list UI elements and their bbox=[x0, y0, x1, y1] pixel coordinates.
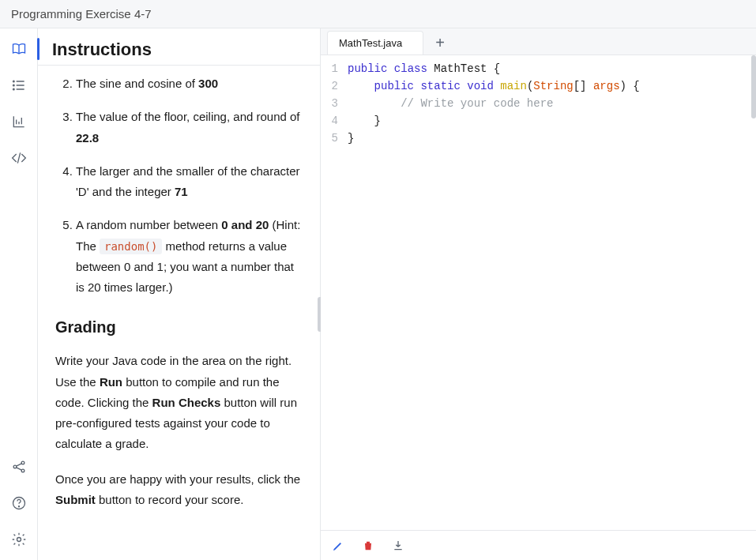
delete-button[interactable] bbox=[362, 539, 374, 552]
list-item: The value of the floor, ceiling, and rou… bbox=[76, 107, 303, 148]
instructions-header: Instructions bbox=[38, 28, 320, 66]
svg-point-4 bbox=[21, 461, 24, 464]
tab-label: MathTest.java bbox=[339, 37, 402, 49]
instructions-list: The sine and cosine of 300The value of t… bbox=[55, 73, 303, 298]
tab-add-button[interactable]: + bbox=[428, 31, 452, 54]
code-icon[interactable] bbox=[9, 148, 28, 167]
instructions-heading: Instructions bbox=[52, 39, 306, 60]
download-button[interactable] bbox=[392, 539, 404, 552]
gear-icon[interactable] bbox=[9, 530, 28, 549]
main-area: Instructions The sine and cosine of 300T… bbox=[0, 28, 756, 560]
list-item: The larger and the smaller of the charac… bbox=[76, 161, 303, 203]
instructions-panel: Instructions The sine and cosine of 300T… bbox=[38, 28, 321, 560]
editor-tabs: MathTest.java + bbox=[321, 28, 756, 55]
svg-point-2 bbox=[13, 88, 14, 90]
title-text: Programming Exercise 4-7 bbox=[11, 7, 152, 21]
svg-point-0 bbox=[13, 81, 14, 82]
svg-point-7 bbox=[18, 506, 19, 507]
grading-paragraph-1: Write your Java code in the area on the … bbox=[55, 351, 303, 454]
edit-button[interactable] bbox=[332, 539, 344, 552]
scrollbar-thumb[interactable] bbox=[751, 55, 756, 118]
app-root: Programming Exercise 4-7 bbox=[0, 0, 756, 560]
inline-code: random() bbox=[100, 239, 162, 254]
pencil-icon bbox=[332, 539, 344, 552]
svg-point-8 bbox=[17, 538, 21, 542]
help-icon[interactable] bbox=[9, 494, 28, 513]
icon-rail bbox=[0, 28, 38, 560]
svg-point-1 bbox=[13, 85, 14, 86]
window-title: Programming Exercise 4-7 bbox=[0, 0, 756, 28]
grading-paragraph-2: Once you are happy with your results, cl… bbox=[55, 469, 303, 511]
grading-heading: Grading bbox=[55, 318, 303, 336]
chart-icon[interactable] bbox=[9, 112, 28, 131]
editor-panel: MathTest.java + 12345 public class MathT… bbox=[321, 28, 756, 560]
svg-point-3 bbox=[13, 465, 17, 468]
svg-point-5 bbox=[21, 469, 24, 472]
list-icon[interactable] bbox=[9, 76, 28, 95]
editor-toolbar bbox=[321, 530, 756, 560]
list-item: A random number between 0 and 20 (Hint: … bbox=[76, 215, 303, 298]
trash-icon bbox=[362, 539, 374, 552]
instructions-body[interactable]: The sine and cosine of 300The value of t… bbox=[38, 66, 320, 560]
plus-icon: + bbox=[435, 34, 445, 52]
download-icon bbox=[392, 539, 404, 552]
tab-file[interactable]: MathTest.java bbox=[327, 31, 423, 54]
book-icon[interactable] bbox=[9, 39, 28, 58]
line-gutter: 12345 bbox=[321, 55, 343, 530]
share-icon[interactable] bbox=[9, 457, 28, 476]
code-lines[interactable]: public class MathTest { public static vo… bbox=[343, 55, 640, 530]
list-item: The sine and cosine of 300 bbox=[76, 73, 303, 94]
code-area[interactable]: 12345 public class MathTest { public sta… bbox=[321, 55, 756, 530]
